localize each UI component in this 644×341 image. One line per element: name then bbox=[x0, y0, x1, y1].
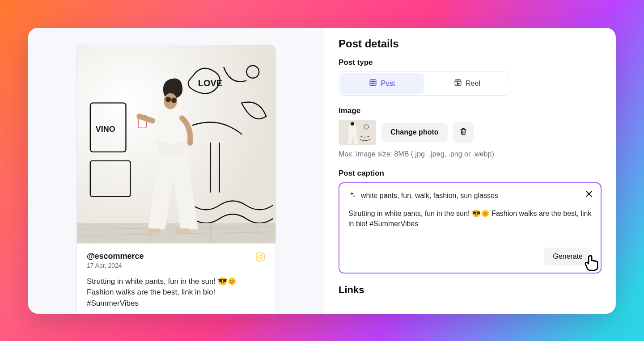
svg-point-13 bbox=[165, 97, 171, 102]
reel-icon bbox=[454, 79, 462, 88]
grid-icon bbox=[369, 79, 377, 88]
svg-text:VINO: VINO bbox=[96, 125, 115, 134]
svg-point-32 bbox=[351, 122, 354, 126]
svg-rect-4 bbox=[90, 160, 131, 196]
caption-label: Post caption bbox=[339, 169, 602, 178]
svg-point-14 bbox=[171, 97, 177, 103]
svg-point-20 bbox=[262, 254, 263, 255]
change-photo-button[interactable]: Change photo bbox=[381, 123, 448, 142]
svg-text:LOVE: LOVE bbox=[198, 78, 222, 88]
image-helper-text: Max. image size: 8MB (.jpg, .jpeg, .png … bbox=[339, 150, 602, 158]
post-type-post[interactable]: Post bbox=[340, 73, 424, 94]
caption-editor[interactable]: white pants, fun, walk, fashion, sun gla… bbox=[339, 182, 602, 274]
svg-rect-5 bbox=[77, 223, 275, 243]
details-pane: Post details Post type Post bbox=[324, 28, 616, 314]
preview-meta: @escommerce 17 Apr, 2024 bbox=[77, 244, 275, 314]
close-tags-button[interactable] bbox=[585, 189, 593, 200]
generated-caption[interactable]: Strutting in white pants, fun in the sun… bbox=[348, 208, 592, 244]
instagram-icon bbox=[255, 252, 266, 264]
image-thumbnail[interactable] bbox=[339, 120, 376, 145]
post-type-label: Post type bbox=[339, 58, 602, 67]
post-preview-card: LOVE VINO bbox=[76, 45, 276, 314]
post-option-label: Post bbox=[381, 80, 395, 88]
post-type-segmented: Post Reel bbox=[339, 72, 509, 96]
svg-rect-16 bbox=[147, 228, 160, 233]
preview-caption: Strutting in white pants, fun in the sun… bbox=[87, 276, 266, 309]
delete-image-button[interactable] bbox=[453, 122, 474, 143]
svg-point-19 bbox=[258, 255, 262, 258]
preview-pane: LOVE VINO bbox=[28, 28, 324, 314]
account-handle: @escommerce bbox=[87, 252, 144, 261]
image-label: Image bbox=[339, 106, 602, 115]
svg-rect-21 bbox=[370, 80, 377, 86]
caption-tags: white pants, fun, walk, fashion, sun gla… bbox=[361, 192, 498, 200]
post-type-reel[interactable]: Reel bbox=[425, 72, 509, 95]
sparkle-icon bbox=[348, 191, 356, 200]
preview-illustration: LOVE VINO bbox=[77, 45, 275, 243]
app-card: LOVE VINO bbox=[28, 28, 616, 314]
section-title: Post details bbox=[339, 38, 602, 50]
reel-option-label: Reel bbox=[466, 80, 480, 88]
svg-rect-17 bbox=[176, 228, 189, 233]
generate-button[interactable]: Generate bbox=[544, 248, 592, 265]
trash-icon bbox=[459, 127, 467, 137]
svg-point-1 bbox=[246, 65, 259, 78]
links-section-title: Links bbox=[339, 284, 602, 296]
close-icon bbox=[585, 192, 593, 200]
post-date: 17 Apr, 2024 bbox=[87, 262, 144, 269]
preview-image: LOVE VINO bbox=[77, 45, 275, 244]
